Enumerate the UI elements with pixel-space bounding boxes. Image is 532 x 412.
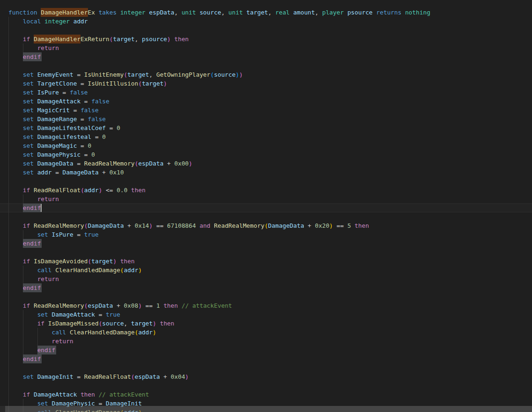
code-token: set [23,169,37,176]
code-token: == [142,302,156,309]
indent-guide [8,212,9,221]
indent-guide [8,337,9,346]
code-token: = [109,124,117,131]
code-line[interactable]: set IsPure = false [0,88,532,97]
code-line[interactable]: set IsPure = true [0,230,532,239]
code-token [8,151,23,158]
code-line[interactable]: set DamageRange = false [0,115,532,123]
code-token: Ex [88,9,99,16]
code-token: = [99,311,106,318]
indent-guide [23,337,23,346]
code-line[interactable]: function DamageHandlerEx takes integer e… [0,8,532,17]
indent-guide [8,61,9,70]
code-line[interactable]: if ReadRealMemory(DamageData + 0x14) == … [0,221,532,230]
word-occurrence-highlight: endif [23,52,41,61]
indent-guide [23,195,23,203]
code-line[interactable] [0,363,532,372]
code-token: ReadRealMemory [84,160,135,167]
indent-guide [8,301,9,310]
code-token: ( [80,187,84,194]
code-line[interactable] [0,26,532,35]
indent-guide [23,275,23,283]
indent-guide [23,328,23,337]
code-line[interactable]: set DamageInit = ReadRealFloat(espData +… [0,372,532,381]
code-line[interactable]: if DamageAttack then // attackEvent [0,390,532,399]
code-line[interactable]: set DamageMagic = 0 [0,141,532,150]
code-line[interactable]: return [0,195,532,203]
code-token: ) [153,320,156,327]
code-line[interactable]: if ReadRealMemory(espData + 0x08) == 1 t… [0,301,532,310]
code-line[interactable]: set EnemyEvent = IsUnitEnemy(target, Get… [0,70,532,79]
code-token: , [315,9,322,16]
code-line[interactable]: endif [0,52,532,61]
code-token: 0x00 [174,160,189,167]
code-token: function [8,9,41,16]
code-line[interactable]: set addr = DamageData + 0x10 [0,168,532,177]
code-line[interactable]: return [0,337,532,346]
code-line[interactable]: set MagicCrit = false [0,106,532,115]
code-line[interactable]: set DamageLifesteal = 0 [0,132,532,141]
indent-guide [8,381,9,390]
code-line[interactable]: endif [0,239,532,248]
code-token: == [333,222,348,229]
code-line[interactable]: if ReadRealFloat(addr) <= 0.0 then [0,186,532,195]
indent-guide [8,35,9,43]
code-token: , [124,320,131,327]
code-token: addr [84,187,99,194]
code-token: ClearHandledDamage [55,267,120,274]
code-token: EnemyEvent [37,71,77,78]
code-line[interactable]: endif [0,203,532,212]
code-token: source [199,9,221,16]
code-line[interactable]: if DamageHandlerExReturn(target, psource… [0,35,532,43]
code-token: DamageAttack [51,311,98,318]
code-line[interactable]: if IsDamageAvoided(target) then [0,257,532,266]
code-token [8,373,23,380]
code-token [8,107,23,114]
code-token: 0 [102,133,106,140]
code-line[interactable]: set DamageLifestealCoef = 0 [0,123,532,132]
code-token [8,391,23,398]
code-line[interactable] [0,248,532,257]
code-token: return [37,44,59,51]
code-line[interactable]: set DamageData = ReadRealMemory(espData … [0,159,532,168]
code-token: , [221,9,228,16]
code-line[interactable]: set DamageAttack = false [0,97,532,106]
code-token: DamageAttack [37,98,84,105]
code-token: DamageData [63,169,102,176]
code-token: then [160,302,178,309]
code-token: ) [153,329,156,336]
code-token: ) [167,36,171,43]
horizontal-scrollbar[interactable] [0,406,532,412]
code-line[interactable]: endif [0,283,532,292]
code-line[interactable] [0,61,532,70]
code-token: set [23,107,37,114]
code-token: IsPure [51,231,77,238]
code-line[interactable] [0,212,532,221]
code-line[interactable]: local integer addr [0,17,532,26]
code-line[interactable] [0,292,532,301]
indent-guide [23,319,23,328]
code-token: espData [88,302,117,309]
code-line[interactable]: endif [0,354,532,363]
code-token: and [196,222,214,229]
code-line[interactable]: return [0,275,532,283]
code-line[interactable]: if IsDamageMissed(source, target) then [0,319,532,328]
code-line[interactable]: set DamageAttack = true [0,310,532,319]
indent-guide [8,248,9,257]
code-line[interactable]: return [0,43,532,52]
code-line[interactable]: call ClearHandledDamage(addr) [0,266,532,275]
code-line[interactable] [0,177,532,186]
code-line[interactable]: set DamagePhysic = 0 [0,150,532,159]
code-line[interactable] [0,381,532,390]
code-token: IsDamageMissed [48,320,99,327]
indent-guide [8,88,9,97]
find-match-highlight: DamageHandler [41,8,87,17]
code-token: ) [329,222,333,229]
text-caret [41,204,42,212]
code-line[interactable]: call ClearHandledDamage(addr) [0,328,532,337]
code-token: source [102,320,124,327]
code-editor[interactable]: function DamageHandlerEx takes integer e… [0,0,532,412]
code-token: TargetClone [37,80,80,87]
code-line[interactable]: set TargetClone = IsUnitIllusion(target) [0,79,532,88]
code-line[interactable]: endif [0,346,532,354]
